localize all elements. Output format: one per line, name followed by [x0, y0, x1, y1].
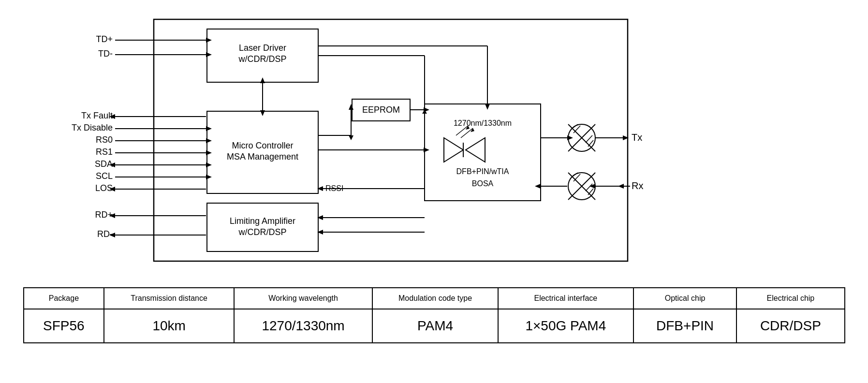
sig-rs1: RS1: [95, 147, 112, 157]
cell-optical-chip: DFB+PIN: [633, 309, 736, 343]
cell-transmission: 10km: [104, 309, 234, 343]
svg-marker-56: [485, 104, 490, 110]
sig-td-plus: TD+: [96, 34, 113, 44]
svg-marker-83: [618, 184, 624, 189]
cell-electrical: 1×50G PAM4: [498, 309, 633, 343]
cell-electrical-chip: CDR/DSP: [736, 309, 844, 343]
sig-rs0: RS0: [95, 135, 112, 145]
svg-marker-81: [589, 184, 595, 189]
svg-marker-44: [206, 162, 212, 167]
block-diagram: Laser Driver w/CDR/DSP Micro Controller …: [23, 10, 845, 280]
bosa-line3: BOSA: [471, 179, 493, 188]
header-package: Package: [24, 288, 104, 309]
sig-rd-plus: RD+: [95, 210, 113, 220]
svg-marker-75: [567, 135, 573, 140]
bosa-line2: DFB+PIN/wTIA: [456, 167, 509, 176]
laser-driver-sublabel: w/CDR/DSP: [238, 54, 286, 64]
svg-marker-33: [260, 77, 265, 83]
svg-marker-6: [444, 138, 463, 162]
svg-line-24: [571, 173, 578, 177]
spec-table: Package Transmission distance Working wa…: [23, 287, 845, 343]
svg-marker-42: [206, 150, 212, 155]
svg-marker-62: [349, 104, 353, 110]
sig-tx: Tx: [632, 132, 642, 143]
cell-modulation: PAM4: [372, 309, 498, 343]
header-wavelength: Working wavelength: [234, 288, 372, 309]
svg-marker-77: [535, 184, 541, 189]
la-label: Limiting Amplifier: [229, 216, 295, 226]
header-optical-chip: Optical chip: [633, 288, 736, 309]
header-electrical-chip: Electrical chip: [736, 288, 844, 309]
svg-marker-40: [206, 138, 212, 143]
svg-marker-38: [206, 126, 212, 131]
sig-td-minus: TD-: [98, 49, 113, 59]
cell-package: SFP56: [24, 309, 104, 343]
svg-line-17: [571, 124, 578, 129]
sig-los: LOS: [95, 183, 112, 193]
svg-marker-65: [424, 107, 429, 112]
mc-sublabel: MSA Management: [226, 152, 298, 162]
la-sublabel: w/CDR/DSP: [238, 227, 286, 237]
bosa-line1: 1270nm/1330nm: [453, 119, 511, 127]
sig-rd-minus: RD-: [97, 229, 113, 239]
svg-marker-31: [206, 52, 212, 57]
sig-scl: SCL: [95, 171, 112, 181]
eeprom-label: EEPROM: [362, 105, 399, 115]
svg-marker-67: [424, 147, 429, 152]
svg-line-9: [461, 128, 473, 138]
svg-line-26: [586, 184, 592, 191]
sig-sda: SDA: [94, 159, 112, 169]
header-electrical: Electrical interface: [498, 288, 633, 309]
svg-marker-63: [349, 135, 353, 140]
svg-line-19: [586, 135, 592, 143]
main-container: Laser Driver w/CDR/DSP Micro Controller …: [23, 10, 845, 343]
header-transmission: Transmission distance: [104, 288, 234, 309]
laser-driver-label: Laser Driver: [238, 43, 286, 53]
svg-line-8: [456, 126, 468, 135]
sig-tx-disable: Tx Disable: [71, 123, 112, 133]
mc-label: Micro Controller: [232, 141, 293, 150]
svg-marker-29: [206, 38, 212, 43]
sig-tx-fault: Tx Fault: [81, 111, 112, 120]
header-modulation: Modulation code type: [372, 288, 498, 309]
sig-rx: Rx: [632, 180, 643, 191]
svg-marker-34: [260, 110, 265, 116]
svg-marker-12: [466, 138, 485, 162]
svg-marker-47: [206, 175, 212, 179]
cell-wavelength: 1270/1330nm: [234, 309, 372, 343]
